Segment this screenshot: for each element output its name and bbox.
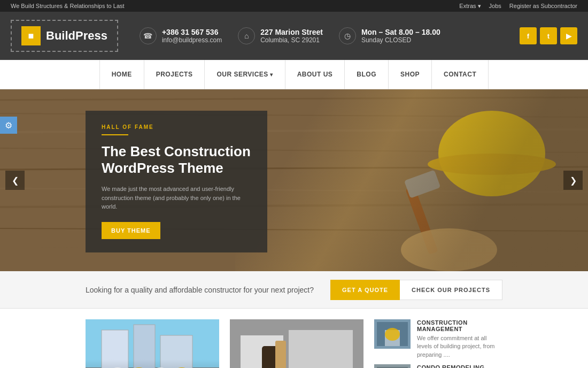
service-title-1: CONDO REMODELING [417, 364, 502, 368]
service-title-0: CONSTRUCTION MANAGEMENT [417, 319, 502, 332]
twitter-icon[interactable]: t [540, 27, 557, 44]
hero-badge: HALL OF FAME [102, 124, 251, 130]
nav-item-blog: BLOG [345, 60, 389, 89]
settings-gear-icon[interactable]: ⚙ [0, 117, 17, 134]
svg-rect-18 [134, 325, 155, 368]
nav-link-services[interactable]: OUR SERVICES [205, 60, 285, 89]
clock-icon: ◷ [339, 27, 356, 44]
youtube-icon[interactable]: ▶ [560, 27, 577, 44]
cta-bar: Looking for a quality and affordable con… [0, 271, 588, 309]
service-item-1: CONDO REMODELING Our round condo remodel… [374, 364, 502, 368]
nav-item-home: HOME [99, 60, 144, 89]
svg-rect-13 [404, 170, 440, 198]
social-icons: f t ▶ [520, 27, 577, 44]
phone-sub: info@buildpress.com [162, 36, 222, 44]
nav-item-about: ABOUT US [285, 60, 345, 89]
address-info: 227 Marion Street Columbia, SC 29201 [260, 28, 323, 44]
register-link[interactable]: Register as Subcontractor [509, 3, 577, 10]
hero-desc: We made just the most advanced and user-… [102, 185, 251, 211]
construction-image-2 [230, 319, 363, 368]
logo-icon: ■ [21, 26, 41, 45]
address-street: 227 Marion Street [260, 28, 323, 36]
hero-content-box: HALL OF FAME The Best Construction WordP… [86, 111, 267, 252]
phone-number: +386 31 567 536 [162, 28, 222, 36]
hero-title: The Best Construction WordPress Theme [102, 143, 251, 177]
service-desc-0: We offer commitment at all levels of bui… [417, 334, 502, 359]
service-thumb-0 [374, 319, 411, 349]
logo-box[interactable]: ■ BuildPress [11, 20, 118, 52]
nav-link-projects[interactable]: PROJECTS [144, 60, 205, 89]
hours-contact: ◷ Mon – Sat 8.00 – 18.00 Sunday CLOSED [339, 27, 440, 44]
construction-svg-1 [86, 319, 219, 368]
logo-text: BuildPress [46, 29, 107, 43]
service-text-1: CONDO REMODELING Our round condo remodel… [417, 364, 502, 368]
svg-point-14 [401, 228, 497, 271]
svg-rect-17 [102, 330, 128, 368]
construction-image-1 [86, 319, 219, 368]
facebook-icon[interactable]: f [520, 27, 537, 44]
svg-point-11 [428, 154, 556, 175]
extras-link[interactable]: Extras ▾ [459, 3, 481, 10]
cta-text: Looking for a quality and affordable con… [86, 286, 314, 294]
get-quote-button[interactable]: GET A QUOTE [330, 280, 400, 300]
check-projects-button[interactable]: CHECK OUR PROJECTS [400, 280, 502, 300]
svg-point-10 [438, 111, 545, 196]
service-item-0: CONSTRUCTION MANAGEMENT We offer commitm… [374, 319, 502, 359]
slider-next-button[interactable]: ❯ [563, 171, 583, 190]
nav-item-contact: CONTACT [432, 60, 489, 89]
nav-item-projects: PROJECTS [144, 60, 205, 89]
phone-contact: ☎ +386 31 567 536 info@buildpress.com [140, 27, 222, 44]
site-header: ■ BuildPress ☎ +386 31 567 536 info@buil… [0, 12, 588, 60]
service-thumb-1 [374, 364, 411, 368]
svg-rect-19 [160, 335, 192, 368]
header-contacts: ☎ +386 31 567 536 info@buildpress.com ⌂ … [140, 27, 520, 44]
nav-item-shop: SHOP [389, 60, 432, 89]
nav-link-blog[interactable]: BLOG [345, 60, 389, 89]
hero-slider: HALL OF FAME The Best Construction WordP… [0, 89, 588, 271]
nav-item-services: OUR SERVICES [205, 60, 285, 89]
construction-svg-2 [230, 319, 363, 368]
cta-buttons: GET A QUOTE CHECK OUR PROJECTS [330, 280, 502, 300]
svg-point-33 [385, 328, 400, 341]
svg-rect-12 [405, 186, 438, 255]
svg-rect-29 [275, 341, 286, 368]
phone-icon: ☎ [140, 27, 157, 44]
nav-link-about[interactable]: ABOUT US [285, 60, 345, 89]
home-icon: ⌂ [238, 27, 255, 44]
hours-sub: Sunday CLOSED [361, 36, 411, 44]
hours-main: Mon – Sat 8.00 – 18.00 [361, 28, 440, 36]
phone-info: +386 31 567 536 info@buildpress.com [162, 28, 222, 44]
top-bar: We Build Structures & Relationships to L… [0, 0, 588, 12]
logo-icon-letter: ■ [28, 30, 34, 42]
nav-link-home[interactable]: HOME [99, 60, 144, 89]
hero-divider [102, 134, 128, 135]
nav-list: HOME PROJECTS OUR SERVICES ABOUT US BLOG… [99, 60, 489, 89]
address-contact: ⌂ 227 Marion Street Columbia, SC 29201 [238, 27, 323, 44]
buy-theme-button[interactable]: BUY THEME [102, 222, 160, 239]
slider-prev-button[interactable]: ❮ [5, 171, 25, 190]
service-text-0: CONSTRUCTION MANAGEMENT We offer commitm… [417, 319, 502, 359]
services-list: CONSTRUCTION MANAGEMENT We offer commitm… [374, 319, 502, 368]
bottom-content: CONSTRUCTION MANAGEMENT We offer commitm… [0, 309, 588, 368]
nav-link-shop[interactable]: SHOP [389, 60, 432, 89]
svg-rect-27 [289, 330, 353, 368]
main-nav: HOME PROJECTS OUR SERVICES ABOUT US BLOG… [0, 60, 588, 89]
top-bar-message: We Build Structures & Relationships to L… [11, 3, 125, 9]
top-bar-links: Extras ▾ Jobs Register as Subcontractor [459, 3, 577, 10]
nav-link-contact[interactable]: CONTACT [432, 60, 489, 89]
jobs-link[interactable]: Jobs [489, 3, 501, 10]
address-sub: Columbia, SC 29201 [260, 36, 320, 44]
hours-info: Mon – Sat 8.00 – 18.00 Sunday CLOSED [361, 28, 440, 44]
